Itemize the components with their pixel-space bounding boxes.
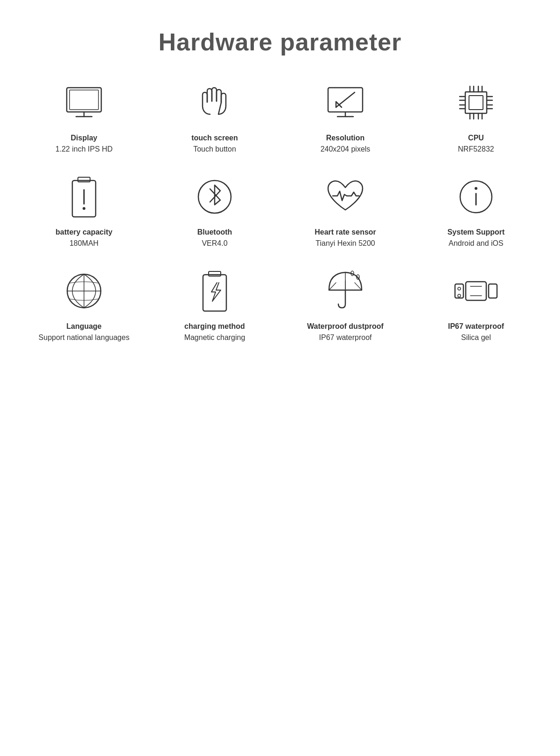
battery-icon: [58, 173, 110, 220]
spec-cpu: CPU NRF52832: [418, 79, 534, 155]
language-icon: [58, 268, 110, 314]
spec-heart: Heart rate sensor Tianyi Hexin 5200: [287, 173, 404, 249]
svg-rect-46: [466, 282, 486, 300]
heart-icon: [320, 173, 371, 220]
cpu-icon: [450, 79, 502, 126]
display-label: Display 1.22 inch IPS HD: [56, 132, 113, 155]
battery-label: battery capacity 180MAH: [56, 227, 112, 249]
spec-waterproof: Waterproof dustproof IP67 waterproof: [287, 268, 404, 343]
waterproof-label: Waterproof dustproof IP67 waterproof: [307, 321, 384, 343]
touch-icon: [189, 79, 240, 126]
charging-icon: [189, 268, 240, 314]
page-title: Hardware parameter: [159, 28, 402, 56]
svg-rect-0: [67, 88, 101, 112]
svg-rect-47: [489, 284, 497, 298]
svg-rect-38: [209, 271, 221, 276]
svg-rect-37: [203, 275, 226, 311]
bluetooth-label: Bluetooth VER4.0: [197, 227, 232, 249]
spec-touch: touch screen Touch button: [156, 79, 273, 155]
spec-language: Language Support national languages: [26, 268, 142, 343]
svg-point-29: [83, 207, 85, 210]
svg-point-49: [458, 294, 461, 297]
spec-battery: battery capacity 180MAH: [26, 173, 142, 249]
touch-label: touch screen Touch button: [191, 132, 238, 155]
spec-display: Display 1.22 inch IPS HD: [26, 79, 142, 155]
svg-rect-27: [78, 177, 90, 182]
svg-point-48: [458, 287, 461, 290]
spec-charging: charging method Magnetic charging: [156, 268, 273, 343]
language-label: Language Support national languages: [39, 321, 130, 343]
display-icon: [58, 79, 110, 126]
spec-system: System Support Android and iOS: [418, 173, 534, 249]
spec-resolution: Resolution 240x204 pixels: [287, 79, 404, 155]
spec-bluetooth: Bluetooth VER4.0: [156, 173, 273, 249]
spec-silica: IP67 waterproof Silica gel: [418, 268, 534, 343]
system-icon: [450, 173, 502, 220]
silica-label: IP67 waterproof Silica gel: [448, 321, 504, 343]
cpu-label: CPU NRF52832: [458, 132, 494, 155]
resolution-icon: [320, 79, 371, 126]
svg-rect-45: [455, 284, 463, 298]
specs-grid: Display 1.22 inch IPS HD touch screen T: [7, 79, 553, 343]
charging-label: charging method Magnetic charging: [184, 321, 245, 343]
svg-point-32: [475, 187, 477, 190]
resolution-label: Resolution 240x204 pixels: [321, 132, 371, 155]
svg-rect-1: [70, 90, 98, 110]
svg-rect-9: [469, 96, 483, 110]
system-label: System Support Android and iOS: [448, 227, 505, 249]
svg-rect-8: [465, 92, 487, 113]
silica-icon: [450, 268, 502, 314]
bluetooth-icon: [189, 173, 240, 220]
heart-label: Heart rate sensor Tianyi Hexin 5200: [315, 227, 376, 249]
waterproof-icon: [320, 268, 371, 314]
